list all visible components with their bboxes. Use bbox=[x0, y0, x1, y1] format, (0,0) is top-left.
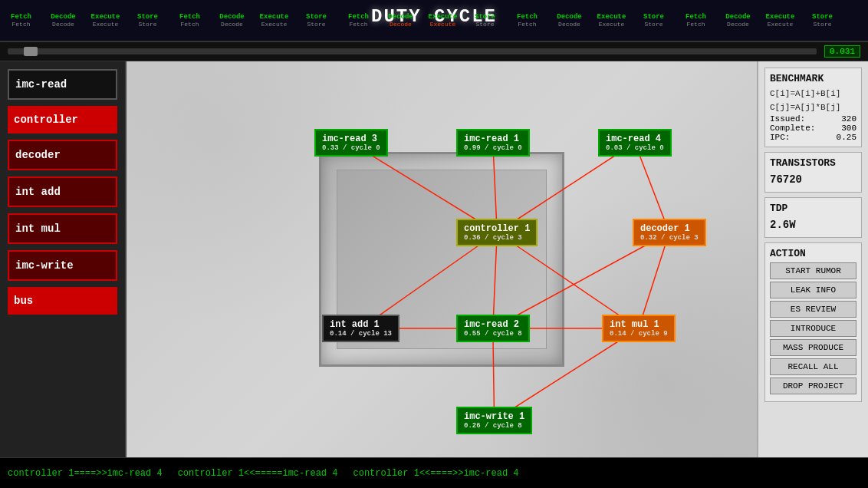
pipeline-group-11: StoreStore bbox=[464, 12, 506, 29]
pipeline-group-9: DecodeDecode bbox=[380, 12, 422, 29]
transistors-section: TRANSISTORS 76720 bbox=[764, 152, 862, 193]
benchmark-formula1: C[i]=A[i]+B[i] bbox=[770, 87, 856, 101]
pipeline-group-0: FetchFetch bbox=[0, 12, 42, 29]
action-title: ACTION bbox=[770, 248, 856, 259]
sidebar-btn-imc-write[interactable]: imc-write bbox=[8, 250, 117, 281]
progress-area: 0.031 bbox=[0, 42, 868, 61]
node-decoder-1[interactable]: decoder 10.32 / cycle 3 bbox=[633, 219, 706, 246]
action-btn-es-review[interactable]: ES REVIEW bbox=[770, 301, 856, 318]
pipeline-group-14: ExecuteExecute bbox=[590, 12, 633, 29]
complete-value: 300 bbox=[841, 124, 856, 133]
sidebar-btn-bus[interactable]: bus bbox=[8, 287, 117, 315]
pipeline-group-7: StoreStore bbox=[295, 12, 337, 29]
transistors-value: 76720 bbox=[770, 172, 856, 187]
pipeline-group-5: DecodeDecode bbox=[211, 12, 253, 29]
sidebar: imc-readcontrollerdecoderint addint muli… bbox=[0, 61, 127, 457]
ipc-label: IPC: bbox=[770, 133, 790, 142]
pipeline-group-12: FetchFetch bbox=[506, 12, 548, 29]
pipeline-group-13: DecodeDecode bbox=[548, 12, 590, 29]
pipeline-bar: DUTY CYCLE FetchFetchDecodeDecodeExecute… bbox=[0, 0, 868, 42]
action-btn-drop-project[interactable]: DROP PROJECT bbox=[770, 378, 856, 394]
node-imc-read-2[interactable]: imc-read 20.55 / cycle 8 bbox=[456, 315, 530, 342]
pipeline-group-18: ExecuteExecute bbox=[759, 12, 801, 29]
complete-label: Complete: bbox=[770, 124, 815, 133]
canvas-area[interactable]: imc-read 30.33 / cycle 0imc-read 10.99 /… bbox=[127, 61, 757, 457]
node-imc-read-1[interactable]: imc-read 10.99 / cycle 0 bbox=[456, 129, 530, 157]
main-content: imc-readcontrollerdecoderint addint muli… bbox=[0, 61, 868, 457]
pipeline-group-4: FetchFetch bbox=[169, 12, 211, 29]
issued-label: Issued: bbox=[770, 114, 805, 124]
action-buttons: START RUMORLEAK INFOES REVIEWINTRODUCEMA… bbox=[770, 262, 856, 394]
action-btn-recall-all[interactable]: RECALL ALL bbox=[770, 358, 856, 375]
pipeline-group-16: FetchFetch bbox=[675, 12, 717, 29]
benchmark-formula2: C[j]=A[j]*B[j] bbox=[770, 101, 856, 115]
sidebar-btn-imc-read[interactable]: imc-read bbox=[8, 69, 117, 100]
benchmark-title: BENCHMARK bbox=[770, 73, 856, 84]
node-imc-read-3[interactable]: imc-read 30.33 / cycle 0 bbox=[314, 129, 388, 157]
node-imc-write-1[interactable]: imc-write 10.26 / cycle 8 bbox=[456, 407, 532, 434]
transistors-title: TRANSISTORS bbox=[770, 157, 856, 169]
pipeline-group-2: ExecuteExecute bbox=[84, 12, 127, 29]
action-btn-leak-info[interactable]: LEAK INFO bbox=[770, 282, 856, 298]
status-item-1: controller 1====>>imc-read 4 bbox=[8, 468, 163, 479]
pipeline-group-15: StoreStore bbox=[633, 12, 675, 29]
pipeline-group-8: FetchFetch bbox=[337, 12, 380, 29]
pipeline-group-19: StoreStore bbox=[801, 12, 843, 29]
tdp-title: TDP bbox=[770, 203, 856, 214]
node-imc-read-4[interactable]: imc-read 40.03 / cycle 0 bbox=[598, 129, 672, 157]
pipeline-group-10: ExecuteExecute bbox=[422, 12, 464, 29]
benchmark-section: BENCHMARK C[i]=A[i]+B[i] C[j]=A[j]*B[j] … bbox=[764, 68, 862, 147]
progress-thumb[interactable] bbox=[24, 47, 38, 56]
status-bar: controller 1====>>imc-read 4 controller … bbox=[0, 457, 868, 488]
issued-row: Issued: 320 bbox=[770, 114, 856, 124]
sidebar-btn-controller[interactable]: controller bbox=[8, 106, 117, 134]
pipeline-group-17: DecodeDecode bbox=[717, 12, 759, 29]
action-btn-start-rumor[interactable]: START RUMOR bbox=[770, 262, 856, 279]
tdp-value: 2.6W bbox=[770, 217, 856, 232]
status-item-3: controller 1<<====>>imc-read 4 bbox=[353, 468, 518, 479]
issued-value: 320 bbox=[841, 114, 856, 124]
pipeline-group-6: ExecuteExecute bbox=[253, 12, 295, 29]
action-btn-introduce[interactable]: INTRODUCE bbox=[770, 320, 856, 337]
complete-row: Complete: 300 bbox=[770, 124, 856, 133]
sidebar-btn-int-add[interactable]: int add bbox=[8, 176, 117, 207]
node-controller-1[interactable]: controller 10.36 / cycle 3 bbox=[456, 219, 538, 246]
node-int-mul-1[interactable]: int mul 10.14 / cycle 9 bbox=[602, 315, 676, 342]
progress-value: 0.031 bbox=[824, 45, 860, 58]
sidebar-btn-int-mul[interactable]: int mul bbox=[8, 213, 117, 244]
tdp-section: TDP 2.6W bbox=[764, 197, 862, 238]
pipeline-strip: FetchFetchDecodeDecodeExecuteExecuteStor… bbox=[0, 0, 868, 41]
right-panel: BENCHMARK C[i]=A[i]+B[i] C[j]=A[j]*B[j] … bbox=[757, 61, 868, 457]
ipc-value: 0.25 bbox=[837, 133, 856, 142]
node-int-add-1[interactable]: int add 10.14 / cycle 13 bbox=[322, 315, 399, 342]
pipeline-group-1: DecodeDecode bbox=[42, 12, 84, 29]
action-section: ACTION START RUMORLEAK INFOES REVIEWINTR… bbox=[764, 242, 862, 402]
action-btn-mass-produce[interactable]: MASS PRODUCE bbox=[770, 339, 856, 356]
pipeline-group-3: StoreStore bbox=[127, 12, 169, 29]
ipc-row: IPC: 0.25 bbox=[770, 133, 856, 142]
sidebar-btn-decoder[interactable]: decoder bbox=[8, 140, 117, 170]
progress-track[interactable] bbox=[8, 48, 817, 54]
status-item-2: controller 1<<=====imc-read 4 bbox=[178, 468, 338, 479]
